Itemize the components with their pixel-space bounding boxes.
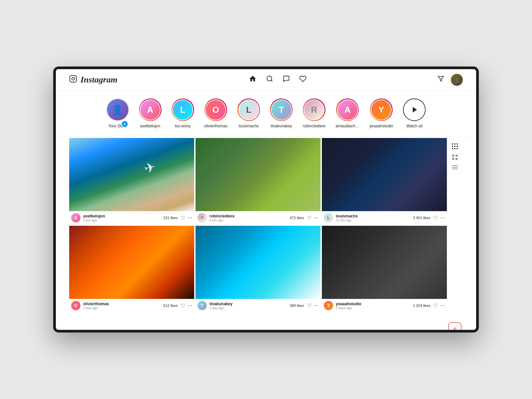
post-time-1: 3 hrs ago xyxy=(83,218,163,222)
story-label-yeaaahstudio: yeaaahstudio xyxy=(369,124,393,128)
story-item-loowooy[interactable]: L loo.wooy xyxy=(172,98,194,128)
story-label-arnaudiachaise: arnaudiachaise xyxy=(335,124,359,128)
add-story-btn[interactable]: + xyxy=(121,120,128,128)
post-time-6: 2 days ago xyxy=(336,306,413,310)
watch-all-label: Watch all xyxy=(406,124,423,128)
post-likes-4: 512 likes xyxy=(163,304,178,308)
post-username-3: louismachs xyxy=(336,214,413,218)
filter-icon[interactable] xyxy=(438,75,444,84)
svg-point-2 xyxy=(75,76,75,77)
post-heart-2[interactable]: ♡ xyxy=(307,215,312,221)
post-username-4: olivierthomas xyxy=(83,302,163,306)
post-heart-5[interactable]: ♡ xyxy=(307,303,312,309)
post-actions-3: 3 901 likes ♡ ··· xyxy=(413,215,445,221)
posts-grid: A axelbelujon 3 hrs ago 231 likes ♡ ··· xyxy=(69,137,447,332)
post-avatar-2: R xyxy=(198,213,207,222)
post-avatar-5: T xyxy=(198,301,207,310)
post-username-6: yeaaahstudio xyxy=(336,302,413,306)
app-title: Instagram xyxy=(80,75,117,85)
story-item-tinakunakey[interactable]: T tinakunakey xyxy=(270,98,293,128)
post-time-3: 12 hrs ago xyxy=(336,218,413,222)
post-username-5: tinakunakey xyxy=(209,302,290,306)
post-user-details-5: tinakunakey 1 day ago xyxy=(209,302,290,310)
post-more-3[interactable]: ··· xyxy=(441,215,445,221)
messenger-icon[interactable] xyxy=(283,75,290,84)
post-more-6[interactable]: ··· xyxy=(441,303,445,309)
post-card-3[interactable]: L louismachs 12 hrs ago 3 901 likes ♡ ··… xyxy=(322,138,447,224)
story-item-your-story[interactable]: 👤 + Your Story xyxy=(106,98,129,128)
story-item-arnaudiachaise[interactable]: A arnaudiachaise xyxy=(335,98,359,128)
post-likes-2: 472 likes xyxy=(290,216,304,220)
post-user-details-6: yeaaahstudio 2 days ago xyxy=(336,302,413,310)
split-view-icon[interactable] xyxy=(452,155,458,160)
post-info-2: R robinclediere 6 hrs ago 472 likes ♡ ··… xyxy=(196,211,321,224)
post-avatar-4: O xyxy=(71,301,80,310)
post-card-4[interactable]: O olivierthomas 1 day ago 512 likes ♡ ··… xyxy=(69,226,194,312)
main-nav xyxy=(249,75,307,85)
post-card-6[interactable]: Y yeaaahstudio 2 days ago 1 204 likes ♡ … xyxy=(322,226,447,312)
sidebar-view-options xyxy=(452,143,458,169)
post-card-1[interactable]: A axelbelujon 3 hrs ago 231 likes ♡ ··· xyxy=(69,138,194,224)
post-heart-3[interactable]: ♡ xyxy=(433,215,438,221)
story-item-robinclediere[interactable]: R robinclediere xyxy=(303,98,326,128)
main-content: A axelbelujon 3 hrs ago 231 likes ♡ ··· xyxy=(56,137,476,332)
post-time-4: 1 day ago xyxy=(83,306,163,310)
svg-rect-0 xyxy=(70,75,76,82)
post-actions-2: 472 likes ♡ ··· xyxy=(290,215,319,221)
post-heart-4[interactable]: ♡ xyxy=(181,303,185,309)
story-label-loowooy: loo.wooy xyxy=(175,124,191,128)
story-item-axelbelujon[interactable]: A axelbelujon xyxy=(139,98,162,128)
story-item-yeaaahstudio[interactable]: Y yeaaahstudio xyxy=(369,98,393,128)
svg-point-1 xyxy=(72,77,74,80)
story-label-olivierthomas: olivierthomas xyxy=(204,124,228,128)
post-info-1: A axelbelujon 3 hrs ago 231 likes ♡ ··· xyxy=(69,211,194,224)
story-item-louismachs[interactable]: L louismachs xyxy=(237,98,260,128)
post-more-5[interactable]: ··· xyxy=(314,303,319,309)
post-more-2[interactable]: ··· xyxy=(314,215,319,221)
post-likes-6: 1 204 likes xyxy=(413,304,431,308)
home-icon[interactable] xyxy=(249,75,257,85)
svg-point-3 xyxy=(267,76,272,81)
story-item-olivierthomas[interactable]: O olivierthomas xyxy=(204,98,228,128)
header: Instagram 👤 xyxy=(56,69,476,90)
instagram-icon xyxy=(69,75,77,85)
story-item-watch-all[interactable]: Watch all xyxy=(403,98,426,128)
story-label-robinclediere: robinclediere xyxy=(303,124,326,128)
post-user-details-1: axelbelujon 3 hrs ago xyxy=(83,214,163,222)
post-username-2: robinclediere xyxy=(209,214,290,218)
list-view-icon[interactable] xyxy=(452,165,458,169)
post-user-details-3: louismachs 12 hrs ago xyxy=(336,214,413,222)
story-label-axelbelujon: axelbelujon xyxy=(140,124,160,128)
post-actions-4: 512 likes ♡ ··· xyxy=(163,303,192,309)
search-icon[interactable] xyxy=(266,75,273,84)
post-info-5: T tinakunakey 1 day ago 389 likes ♡ ··· xyxy=(196,299,321,312)
header-actions: 👤 xyxy=(438,74,463,86)
post-likes-5: 389 likes xyxy=(290,304,304,308)
post-actions-6: 1 204 likes ♡ ··· xyxy=(413,303,445,309)
post-avatar-6: Y xyxy=(324,301,333,310)
post-avatar-3: L xyxy=(324,213,333,222)
post-actions-1: 231 likes ♡ ··· xyxy=(163,215,192,221)
post-heart-1[interactable]: ♡ xyxy=(181,215,185,221)
post-more-4[interactable]: ··· xyxy=(188,303,192,309)
svg-marker-4 xyxy=(438,76,444,81)
post-user-details-4: olivierthomas 1 day ago xyxy=(83,302,163,310)
post-card-2[interactable]: R robinclediere 6 hrs ago 472 likes ♡ ··… xyxy=(196,138,321,224)
heart-icon[interactable] xyxy=(299,75,307,84)
add-post-button[interactable]: + xyxy=(448,322,462,332)
post-more-1[interactable]: ··· xyxy=(188,215,192,221)
post-heart-6[interactable]: ♡ xyxy=(433,303,438,309)
post-avatar-1: A xyxy=(71,213,80,222)
post-info-6: Y yeaaahstudio 2 days ago 1 204 likes ♡ … xyxy=(322,299,447,312)
post-time-2: 6 hrs ago xyxy=(209,218,290,222)
post-user-details-2: robinclediere 6 hrs ago xyxy=(209,214,290,222)
story-label-louismachs: louismachs xyxy=(239,124,259,128)
post-likes-3: 3 901 likes xyxy=(413,216,431,220)
user-avatar-header[interactable]: 👤 xyxy=(451,74,463,86)
header-logo: Instagram xyxy=(69,75,117,85)
post-time-5: 1 day ago xyxy=(209,306,290,310)
post-likes-1: 231 likes xyxy=(163,216,178,220)
post-actions-5: 389 likes ♡ ··· xyxy=(290,303,319,309)
post-card-5[interactable]: T tinakunakey 1 day ago 389 likes ♡ ··· xyxy=(196,226,321,312)
grid-view-icon[interactable] xyxy=(452,143,458,149)
